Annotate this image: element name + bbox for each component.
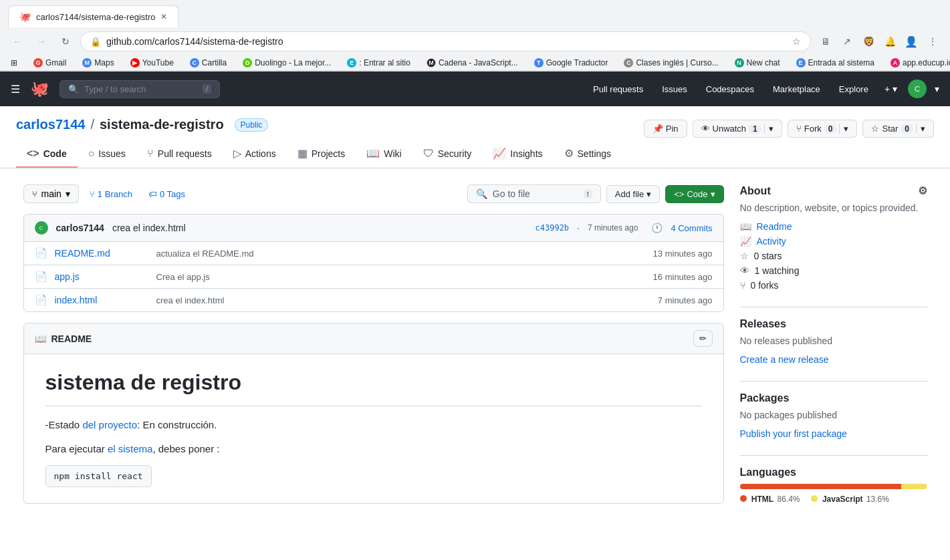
bookmark-entrada[interactable]: E Entrada al sistema [794, 57, 877, 69]
bookmark-cadena[interactable]: M Cadena - JavaScript... [424, 57, 521, 69]
activity-sidebar-link[interactable]: Activity [757, 236, 786, 247]
hamburger-menu[interactable]: ☰ [11, 83, 20, 96]
tags-count-button[interactable]: 🏷 0 Tags [143, 186, 191, 202]
fork-dropdown-icon[interactable]: ▾ [839, 124, 848, 134]
brave-shield-icon[interactable]: 🦁 [859, 32, 878, 51]
bookmark-cartilla[interactable]: C Cartilla [187, 57, 229, 69]
fork-icon: ⑂ [796, 124, 802, 134]
forward-button[interactable]: → [32, 32, 51, 51]
bookmark-newchat[interactable]: N New chat [732, 57, 783, 69]
bookmark-youtube[interactable]: ▶ YouTube [128, 57, 176, 69]
file-commit-msg: crea el index.html [156, 295, 650, 305]
owner-link[interactable]: carlos7144 [16, 117, 85, 132]
branch-count-button[interactable]: ⑂ 1 Branch [84, 186, 138, 202]
bookmark-gmail[interactable]: G Gmail [31, 57, 69, 69]
tab-issues[interactable]: ○ Issues [78, 141, 136, 168]
file-name-indexhtml[interactable]: index.html [55, 295, 148, 305]
issues-nav[interactable]: Issues [657, 82, 693, 97]
sistema-link[interactable]: el sistema [108, 443, 153, 454]
settings-tab-icon: ⚙ [564, 147, 574, 160]
extensions-button[interactable]: 🔔 [880, 32, 899, 51]
tab-pull-requests[interactable]: ⑂ Pull requests [136, 141, 223, 168]
bookmark-clases[interactable]: C Clases inglés | Curso... [621, 57, 721, 69]
commit-hash[interactable]: c43992b [536, 223, 570, 233]
files-toolbar: ⑂ main ▾ ⑂ 1 Branch 🏷 0 Tags 🔍 Go to fil… [23, 184, 724, 203]
bookmark-apps[interactable]: ⊞ [8, 57, 20, 69]
file-name-appjs[interactable]: app.js [55, 271, 148, 282]
branch-dropdown-icon: ▾ [66, 188, 70, 199]
code-button[interactable]: <> Code ▾ [665, 185, 723, 203]
code-tab-icon: <> [27, 148, 39, 160]
tab-close-icon[interactable]: ✕ [160, 12, 167, 21]
new-item-button[interactable]: + ▾ [882, 81, 900, 97]
bookmark-maps[interactable]: M Maps [80, 57, 116, 69]
reload-button[interactable]: ↻ [56, 32, 75, 51]
search-placeholder: Type / to search [84, 84, 197, 94]
user-avatar[interactable]: C [908, 80, 927, 98]
address-bar[interactable]: 🔒 github.com/carlos7144/sistema-de-regis… [80, 31, 811, 51]
tab-security[interactable]: 🛡 Security [412, 141, 483, 168]
tab-wiki[interactable]: 📖 Wiki [356, 140, 412, 168]
add-file-dropdown-icon[interactable]: ▾ [646, 189, 651, 199]
global-search[interactable]: 🔍 Type / to search / [60, 80, 220, 98]
file-time: 13 minutes ago [653, 249, 713, 259]
profile-button[interactable]: 👤 [902, 32, 921, 51]
explore-nav[interactable]: Explore [834, 82, 874, 97]
readme-header: 📖 README ✏ [24, 323, 723, 354]
bookmark-icon[interactable]: ☆ [792, 36, 801, 47]
security-tab-icon: 🛡 [423, 148, 434, 160]
sidebar-divider2 [740, 381, 927, 382]
bookmark-duolingo[interactable]: D Duolingo - La mejor... [240, 57, 334, 69]
github-logo[interactable]: 🐙 [31, 80, 49, 98]
file-icon: 📄 [35, 271, 47, 283]
codespaces-nav[interactable]: Codespaces [701, 82, 759, 97]
watching-count: 1 watching [755, 265, 800, 276]
tab-settings[interactable]: ⚙ Settings [554, 140, 622, 168]
menu-button[interactable]: ⋮ [923, 32, 942, 51]
avatar-dropdown-icon[interactable]: ▾ [935, 84, 939, 94]
add-file-button[interactable]: Add file ▾ [606, 185, 660, 203]
cast-button[interactable]: 🖥 [816, 32, 835, 51]
unwatch-dropdown-icon[interactable]: ▾ [764, 124, 774, 134]
tab-projects[interactable]: ▦ Projects [287, 140, 356, 168]
back-button[interactable]: ← [8, 32, 27, 51]
tag-count-text: 0 Tags [160, 189, 185, 199]
readme-sidebar-link[interactable]: Readme [757, 221, 792, 232]
stars-count: 0 stars [754, 251, 782, 261]
watch-icon: 👁 [701, 124, 710, 134]
tab-code[interactable]: <> Code [16, 141, 78, 168]
bookmark-traductor[interactable]: T Google Traductor [531, 57, 611, 69]
pin-button[interactable]: 📌 Pin [644, 120, 687, 138]
bookmark-educup[interactable]: A app.educup.io/pract... [888, 57, 950, 69]
unwatch-button[interactable]: 👁 Unwatch 1 ▾ [693, 120, 782, 138]
bookmark-entrar[interactable]: E : Entrar al sitio [344, 57, 413, 69]
tab-actions[interactable]: ▷ Actions [223, 140, 287, 168]
active-tab[interactable]: 🐙 carlos7144/sistema-de-registro ✕ [8, 5, 179, 27]
marketplace-nav[interactable]: Marketplace [767, 82, 826, 97]
eye-icon: 👁 [740, 265, 749, 276]
create-release-link[interactable]: Create a new release [740, 354, 829, 365]
pull-requests-nav[interactable]: Pull requests [588, 82, 648, 97]
about-settings-icon[interactable]: ⚙ [918, 184, 927, 197]
commits-link[interactable]: 4 Commits [671, 223, 712, 233]
publish-package-link[interactable]: Publish your first package [740, 428, 847, 439]
activity-icon: 📈 [740, 236, 751, 247]
edit-readme-button[interactable]: ✏ [693, 330, 713, 347]
star-button[interactable]: ☆ Star 0 ▾ [862, 120, 934, 138]
star-dropdown-icon[interactable]: ▾ [916, 124, 925, 134]
branch-selector[interactable]: ⑂ main ▾ [23, 184, 79, 203]
share-button[interactable]: ↗ [838, 32, 856, 51]
html-lang-dot [740, 495, 747, 502]
fork-button[interactable]: ⑂ Fork 0 ▾ [788, 120, 858, 138]
header-actions: Pull requests Issues Codespaces Marketpl… [588, 80, 939, 98]
code-dropdown-icon[interactable]: ▾ [711, 189, 715, 199]
tab-favicon: 🐙 [19, 11, 31, 22]
current-branch: main [41, 188, 62, 199]
tab-insights[interactable]: 📈 Insights [482, 140, 553, 168]
html-lang-bar [740, 484, 902, 489]
goto-file-input[interactable]: 🔍 Go to file t [467, 184, 601, 203]
commit-header: C carlos7144 crea el index.html c43992b … [24, 215, 723, 242]
traductor-favicon: T [534, 58, 544, 67]
del-proyecto-link[interactable]: del proyecto [82, 419, 137, 430]
file-name-readme[interactable]: README.md [55, 248, 148, 259]
